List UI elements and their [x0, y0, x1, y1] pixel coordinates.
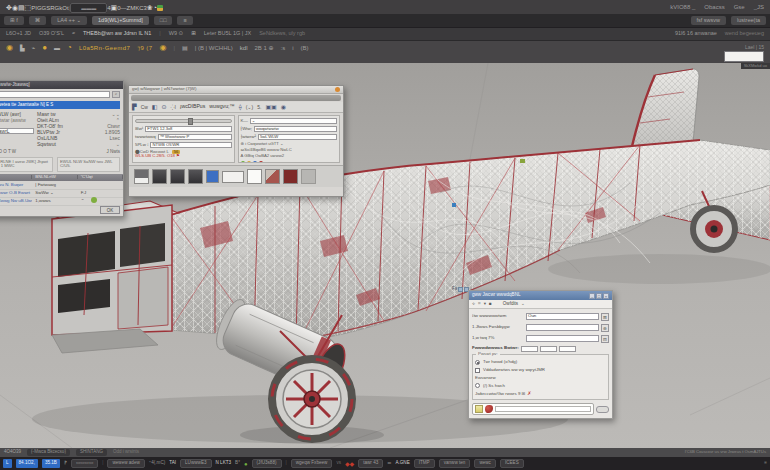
menu-item[interactable]: GkOt — [55, 5, 69, 11]
statusbar-toggle[interactable]: ⁺4(.mC) — [149, 461, 165, 466]
toolbar-item[interactable]: (B) — [301, 45, 309, 51]
statusbar-toggle[interactable]: | — [102, 461, 103, 466]
dialog-selection-manager[interactable]: Pva wwlw-Jbawwq] ⌕ ⁙ wetea tte Jaantwalt… — [0, 80, 124, 217]
toolbar-item[interactable]: ◔ — [67, 44, 72, 52]
dialog-toolbar-item[interactable]: Cw — [141, 105, 148, 110]
field-row[interactable]: ⁆wtwrw² 5wL'WLW — [241, 134, 338, 140]
statusbar-toggle[interactable]: wgeqw Fxbeew — [291, 459, 333, 469]
statusbar-toggle[interactable]: wewc — [474, 459, 496, 469]
toolbar-item[interactable]: i — [292, 45, 293, 51]
statusbar-toggle[interactable]: ▭▭▭▭ — [71, 459, 98, 469]
ref-input-2[interactable] — [540, 346, 557, 352]
toolbar-item[interactable]: ◉ — [6, 44, 13, 52]
menu-item[interactable]: PIGGSR — [31, 5, 54, 11]
dialog-toolbar-item[interactable]: ◉ — [281, 104, 286, 110]
ribbon-item[interactable]: 91l6 16 anwanae — [675, 31, 717, 37]
ok-pill-button[interactable] — [596, 406, 609, 413]
statusbar-toggle[interactable]: | — [286, 461, 287, 466]
statusbar-toggle[interactable]: N LKT3 — [216, 461, 232, 466]
chevron-down-icon[interactable]: ⌄ — [521, 302, 525, 307]
statusbar-toggle[interactable]: ICEES — [500, 459, 524, 469]
statusbar-toggle[interactable]: ITMP — [414, 459, 435, 469]
mini-toolbar[interactable]: Fa — [452, 287, 469, 292]
field-input[interactable] — [526, 324, 599, 331]
ok-button[interactable]: OK — [100, 206, 120, 214]
statusbar-toggle[interactable]: TAI — [169, 461, 176, 466]
ribbon-tab[interactable]: 1d9(WL)+Summd] — [92, 16, 149, 26]
ribbon-tab[interactable]: ≡ — [177, 16, 192, 26]
field-row[interactable]: ⁅Wtw; wwqwtwwtw — [241, 126, 338, 132]
toolbar-item[interactable]: ⌁ — [32, 45, 36, 51]
delete-x-icon[interactable]: ✗ — [527, 391, 531, 396]
statusbar-toggle[interactable]: ⚌ — [387, 461, 391, 466]
field-input[interactable] — [526, 335, 599, 342]
status-item[interactable]: SHINTANG — [76, 449, 107, 456]
ref-input-3[interactable] — [559, 346, 576, 352]
thumbnail[interactable] — [265, 169, 280, 184]
statusbar-toggle[interactable]: (JfU3s88) — [252, 459, 282, 469]
toolbar-item[interactable]: | (B | WCHHL) — [195, 45, 233, 51]
statusbar-toggle[interactable]: ⁋ — [64, 461, 67, 466]
field-input[interactable]: NTWB O5'WR — [150, 142, 231, 148]
ribbon-tab[interactable]: □□ — [154, 16, 173, 26]
stamp-icon[interactable] — [485, 405, 493, 413]
field-button[interactable]: ⊞ — [601, 313, 609, 321]
menu-item-right[interactable]: _JS — [754, 4, 764, 10]
toolbar-item[interactable]: ▬ — [54, 45, 60, 51]
window-button[interactable]: – — [589, 293, 595, 299]
thumbnail[interactable] — [222, 171, 244, 183]
option-row[interactable]: A GBtq OwBA2 uwww2 — [241, 154, 338, 158]
toolbar-item[interactable]: :s — [281, 45, 286, 51]
status-item[interactable]: Odd i wrsints — [113, 450, 139, 455]
menu-item-right[interactable]: Gse — [734, 4, 745, 10]
field-button[interactable]: ⊟ — [601, 335, 609, 343]
table-row[interactable]: twwRwwg Nw uB.Uwwr 1,wwws ⌃ — [0, 198, 123, 206]
toolbar-item[interactable]: ▙ — [20, 45, 25, 51]
dialog-toolbar-item[interactable]: (⌄) — [246, 105, 254, 110]
field-button[interactable]: ⊕ — [601, 324, 609, 332]
dialog-title-bar[interactable]: Pva wwlw-Jbawwq] — [0, 81, 123, 89]
field-row[interactable]: ⊞w¹ FTW1 12.3x8 — [135, 126, 232, 132]
dialog-toolbar-item[interactable]: wuwgvu;™ — [209, 104, 234, 109]
viewport-3d[interactable]: SkXMwkd uo Pva wwlw-Jbawwq] ⌕ ⁙ wetea tt… — [0, 63, 770, 448]
dialog-toolbar-item[interactable]: ⁛I — [171, 105, 176, 110]
window-button[interactable]: × — [603, 293, 609, 299]
menu-item[interactable]: ▩ — [157, 5, 163, 11]
table-row[interactable]: wwp wwr O-B Ewwrt SwWw ⌄ F.J — [0, 190, 123, 198]
ribbon-tab[interactable]: ⌘ — [29, 16, 47, 26]
dialog-toolbar-icon[interactable]: ■ — [489, 302, 492, 307]
statusbar-toggle[interactable]: ● — [244, 461, 248, 467]
ref-input-1[interactable] — [521, 346, 538, 352]
status-item[interactable]: ⁅-Mwca Bkcecsu⁆ — [27, 449, 70, 456]
menu-item-right[interactable]: Obacss — [704, 4, 724, 10]
window-button[interactable]: □ — [596, 293, 602, 299]
thumbnail[interactable] — [152, 169, 167, 184]
field-input[interactable]: wwqwtwwtw — [254, 126, 337, 132]
toolbar-item[interactable]: 2B 1 ⊕ — [255, 45, 274, 51]
ribbon-item[interactable]: Leter BU5L 1G | JX — [204, 31, 251, 37]
dialog-toolbar-item[interactable]: ▣▣ — [265, 104, 276, 110]
menu-item[interactable]: ZMKC3 — [126, 5, 146, 11]
radio-button[interactable] — [475, 383, 480, 388]
ribbon-item[interactable]: ⊞ — [191, 31, 196, 37]
thumbnail[interactable] — [170, 169, 185, 184]
slider-handle[interactable] — [188, 118, 193, 125]
ribbon-item[interactable]: O39 O'S'L — [39, 31, 64, 37]
statusbar-toggle[interactable]: ≡ — [764, 461, 767, 466]
statusbar-toggle[interactable]: ◆◆ — [345, 461, 354, 467]
table-row[interactable]: awrtwu N. Buqwr | Fwtwawg — [0, 182, 123, 190]
search-input[interactable] — [0, 91, 110, 98]
option-row[interactable]: ⚍Sx/4BqwB6 wwww NwLC — [241, 148, 338, 152]
slider[interactable] — [135, 119, 232, 123]
search-button[interactable]: ⌕ — [112, 91, 120, 98]
field-row[interactable]: twwwtwwq ™ Wwwtwww P — [135, 134, 232, 140]
toolbar-item[interactable]: | — [173, 45, 175, 51]
thumbnail[interactable] — [188, 169, 203, 184]
ribbon-item[interactable]: L6O+1 JD — [6, 31, 31, 37]
ribbon-item[interactable]: wend begeeueg — [725, 31, 764, 37]
dialog-toolbar-item[interactable]: ⊙ — [162, 104, 167, 110]
status-item[interactable]: 4O4O39 — [4, 450, 21, 455]
folder-icon[interactable] — [475, 405, 483, 413]
field-row[interactable]: K— ⌄ — [241, 118, 338, 124]
toolbar-item[interactable]: ▤ — [182, 45, 188, 51]
